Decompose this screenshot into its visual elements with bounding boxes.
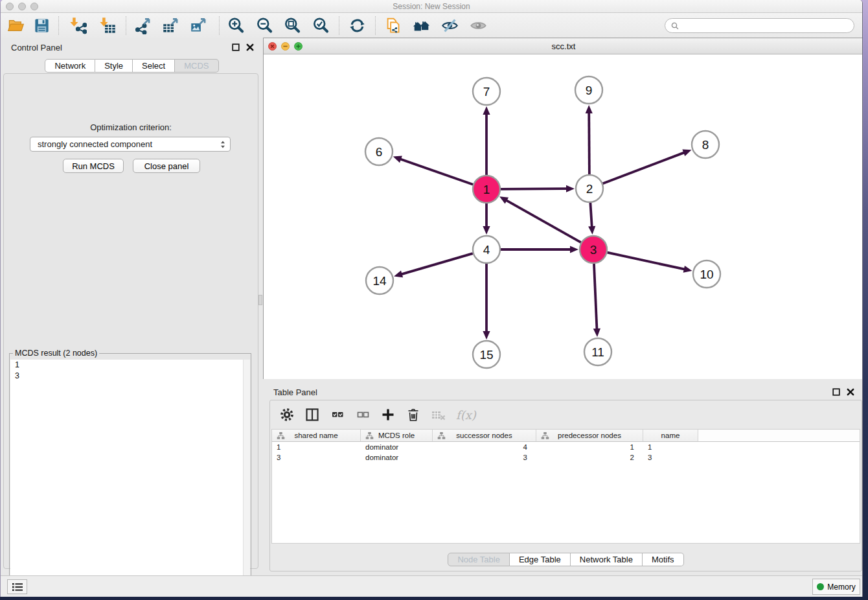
memory-button[interactable]: Memory — [812, 579, 860, 595]
zoom-selected-icon — [312, 17, 330, 34]
mcds-result-title: MCDS result (2 nodes) — [13, 349, 99, 358]
cell-name[interactable]: 3 — [643, 452, 698, 463]
toggle-columns-button[interactable] — [304, 407, 320, 422]
toolbar-separator — [58, 16, 59, 35]
refresh-icon — [348, 17, 366, 34]
delete-column-button[interactable] — [405, 407, 421, 422]
tab-network[interactable]: Network — [45, 59, 95, 73]
node-label-1: 1 — [483, 183, 490, 196]
table-panel-close-button[interactable] — [847, 388, 854, 396]
edge-2-3[interactable] — [590, 203, 592, 229]
edge-2-9[interactable] — [589, 111, 589, 174]
cell-shared-name[interactable]: 3 — [272, 452, 361, 463]
edge-arrowhead — [394, 271, 403, 278]
tab-motifs[interactable]: Motifs — [643, 553, 684, 566]
edge-arrowhead — [586, 105, 593, 113]
search-input[interactable] — [682, 20, 854, 32]
column-type-icon — [541, 432, 549, 440]
table-row[interactable]: 1dominator411 — [272, 442, 860, 452]
criterion-dropdown[interactable]: strongly connected component — [30, 137, 231, 152]
edge-arrowhead — [393, 156, 402, 163]
deselect-all-rows-button[interactable] — [355, 407, 371, 422]
column-header-successor-nodes[interactable]: successor nodes — [433, 430, 536, 441]
tab-node-table[interactable]: Node Table — [448, 553, 510, 566]
column-label: shared name — [294, 432, 337, 439]
panel-divider-grip[interactable] — [258, 295, 262, 305]
run-mcds-button[interactable]: Run MCDS — [63, 159, 124, 173]
cell-shared-name[interactable]: 1 — [272, 442, 361, 452]
edge-arrowhead — [570, 246, 578, 253]
column-label: name — [661, 432, 680, 439]
zoom-out-icon — [256, 17, 273, 34]
import-network-button[interactable] — [69, 17, 87, 34]
node-label-2: 2 — [586, 182, 593, 196]
copy-network-icon — [384, 17, 402, 34]
control-panel-title: Control Panel — [11, 43, 62, 52]
cell-mcds-role[interactable]: dominator — [361, 452, 433, 463]
zoom-in-button[interactable] — [227, 17, 245, 34]
add-column-button[interactable] — [380, 407, 396, 422]
edge-4-14[interactable] — [400, 253, 473, 275]
result-scrollbar[interactable] — [243, 360, 250, 597]
node-label-10: 10 — [700, 268, 713, 281]
column-header-shared-name[interactable]: shared name — [272, 430, 361, 441]
uncheck-all-icon — [355, 407, 371, 422]
apply-layout-button[interactable] — [348, 17, 366, 34]
column-header-mcds-role[interactable]: MCDS role — [361, 430, 433, 441]
cell-successor-nodes[interactable]: 4 — [433, 442, 536, 452]
folder-open-icon — [7, 17, 25, 34]
network-window-title: scc.txt — [264, 41, 863, 51]
network-canvas[interactable]: 7968124314101511 — [264, 54, 863, 379]
cell-successor-nodes[interactable]: 3 — [433, 452, 536, 463]
zoom-selected-button[interactable] — [312, 17, 330, 34]
column-header-name[interactable]: name — [643, 430, 698, 441]
tab-edge-table[interactable]: Edge Table — [510, 553, 571, 566]
optimization-criterion-label: Optimization criterion: — [4, 122, 258, 132]
edge-3-10[interactable] — [607, 253, 686, 270]
node-label-6: 6 — [376, 145, 383, 159]
column-header-predecessor-nodes[interactable]: predecessor nodes — [536, 430, 643, 441]
mcds-result-list[interactable]: 13 — [10, 360, 250, 597]
control-panel-close-button[interactable] — [246, 43, 254, 51]
tab-network-table[interactable]: Network Table — [571, 553, 643, 566]
tab-select[interactable]: Select — [133, 59, 175, 73]
zoom-out-button[interactable] — [256, 17, 273, 34]
control-panel-tabs: NetworkStyleSelectMCDS — [1, 59, 263, 73]
save-session-button[interactable] — [33, 17, 51, 34]
import-table-button[interactable] — [99, 17, 117, 34]
cell-predecessor-nodes[interactable]: 1 — [536, 442, 643, 452]
close-panel-button[interactable]: Close panel — [133, 159, 200, 173]
search-field[interactable] — [665, 18, 854, 33]
control-panel-float-button[interactable] — [232, 43, 240, 51]
edge-3-11[interactable] — [594, 264, 597, 331]
eye-slash-icon — [441, 17, 459, 34]
new-network-from-selection-button[interactable] — [384, 17, 402, 34]
table-row[interactable]: 3dominator323 — [272, 452, 860, 463]
zoom-fit-button[interactable] — [284, 17, 301, 34]
zoom-in-icon — [227, 17, 245, 34]
tab-style[interactable]: Style — [95, 59, 133, 73]
select-all-rows-button[interactable] — [330, 407, 345, 422]
log-console-button[interactable] — [7, 579, 27, 594]
table-settings-button[interactable] — [279, 407, 295, 422]
edge-2-8[interactable] — [603, 152, 687, 183]
edge-1-6[interactable] — [398, 159, 473, 185]
edge-arrowhead — [682, 150, 691, 156]
cell-predecessor-nodes[interactable]: 2 — [536, 452, 643, 463]
hide-selected-button[interactable] — [441, 17, 459, 34]
save-icon — [33, 17, 51, 34]
cell-name[interactable]: 1 — [643, 442, 698, 452]
column-header-filler — [698, 430, 860, 441]
edge-1-2[interactable] — [501, 189, 569, 189]
cell-mcds-role[interactable]: dominator — [361, 442, 433, 452]
export-table-button[interactable] — [162, 17, 179, 34]
first-neighbors-button[interactable] — [413, 17, 430, 34]
export-image-button[interactable] — [190, 17, 207, 34]
edge-3-1[interactable] — [505, 200, 581, 242]
export-network-button[interactable] — [134, 17, 152, 34]
eye-icon — [470, 17, 487, 34]
open-session-button[interactable] — [7, 17, 25, 34]
table-panel-float-button[interactable] — [832, 388, 840, 396]
tab-mcds[interactable]: MCDS — [175, 59, 218, 73]
toolbar-separator — [219, 16, 220, 35]
